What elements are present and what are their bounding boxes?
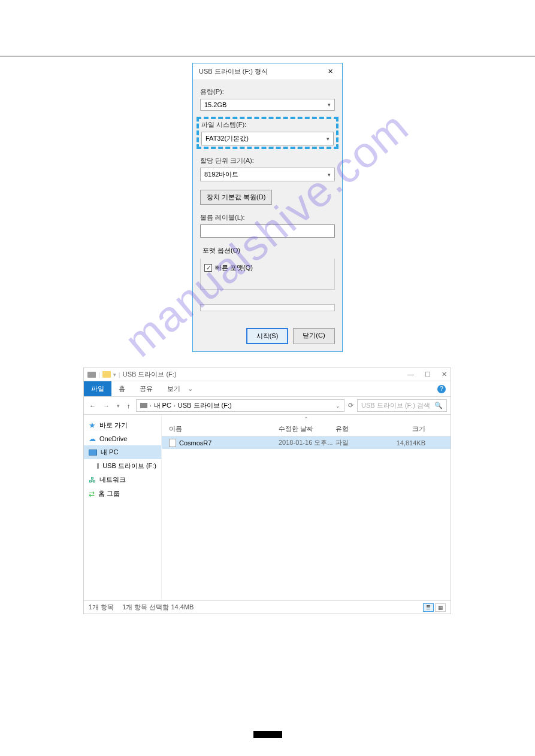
- file-name: CosmosR7: [179, 439, 211, 447]
- chevron-down-icon: ▾: [328, 172, 331, 178]
- search-icon: 🔍: [434, 402, 443, 409]
- breadcrumb-drive[interactable]: USB 드라이브 (F:): [178, 401, 232, 410]
- status-selected: 1개 항목 선택함 14.4MB: [122, 603, 194, 612]
- column-type[interactable]: 유형: [335, 424, 380, 433]
- up-button[interactable]: ↑: [125, 402, 132, 409]
- close-icon[interactable]: ✕: [442, 371, 447, 378]
- page-number: [253, 731, 282, 738]
- sort-indicator-icon: ⌃: [162, 415, 451, 422]
- capacity-field: 용량(P): 15.2GB ▾: [200, 87, 335, 111]
- window-title: USB 드라이브 (F:): [123, 370, 177, 379]
- ribbon-tabs: 파일 홈 공유 보기 ⌄ ?: [84, 381, 451, 397]
- chevron-right-icon: ›: [174, 403, 176, 409]
- status-count: 1개 항목: [89, 603, 114, 612]
- sidebar: ★ 바로 가기 ☁ OneDrive 내 PC USB 드라이브 (F:) 🖧 …: [84, 415, 162, 600]
- sidebar-label: 바로 가기: [99, 421, 128, 430]
- volume-label-field: 볼륨 레이블(L):: [200, 213, 335, 238]
- forward-button[interactable]: →: [101, 402, 111, 409]
- capacity-label: 용량(P):: [200, 87, 335, 96]
- recent-dropdown[interactable]: ▾: [115, 403, 122, 409]
- dialog-titlebar: USB 드라이브 (F:) 형식 ✕: [193, 63, 342, 80]
- column-headers: 이름 수정한 날짜 유형 크기: [162, 422, 451, 436]
- sidebar-item-network[interactable]: 🖧 네트워크: [84, 473, 161, 487]
- close-button[interactable]: 닫기(C): [293, 328, 335, 344]
- sidebar-item-onedrive[interactable]: ☁ OneDrive: [84, 432, 161, 445]
- alloc-dropdown[interactable]: 8192바이트 ▾: [200, 168, 335, 181]
- search-input[interactable]: USB 드라이브 (F:) 검색 🔍: [357, 399, 447, 412]
- file-date: 2018-01-16 오후...: [279, 438, 335, 447]
- status-bar: 1개 항목 1개 항목 선택함 14.4MB ≣ ▦: [84, 600, 451, 614]
- sidebar-label: 홈 그룹: [98, 489, 120, 498]
- refresh-icon[interactable]: ⟳: [348, 402, 353, 409]
- format-options-group: ✓ 빠른 포맷(Q): [200, 259, 335, 290]
- file-type: 파일: [335, 438, 380, 447]
- drive-icon: [140, 403, 147, 408]
- allocation-field: 할당 단위 크기(A): 8192바이트 ▾: [200, 156, 335, 181]
- chevron-right-icon: ›: [150, 403, 152, 409]
- folder-icon: [102, 371, 111, 378]
- format-dialog: USB 드라이브 (F:) 형식 ✕ 용량(P): 15.2GB ▾ 파일 시스…: [192, 63, 343, 352]
- restore-defaults-button[interactable]: 장치 기본값 복원(D): [200, 190, 272, 205]
- filesystem-dropdown[interactable]: FAT32(기본값) ▾: [201, 132, 334, 145]
- tab-file[interactable]: 파일: [84, 381, 111, 396]
- star-icon: ★: [89, 421, 96, 430]
- volume-label-input[interactable]: [200, 224, 335, 238]
- dialog-title: USB 드라이브 (F:) 형식: [199, 67, 268, 76]
- network-icon: 🖧: [89, 476, 96, 484]
- explorer-titlebar: | ▾ | USB 드라이브 (F:) — ☐ ✕: [84, 368, 451, 381]
- sidebar-item-quickaccess[interactable]: ★ 바로 가기: [84, 418, 161, 432]
- capacity-value: 15.2GB: [204, 101, 226, 108]
- alloc-label: 할당 단위 크기(A):: [200, 156, 335, 165]
- sidebar-label: 내 PC: [101, 448, 118, 457]
- pc-icon: [89, 450, 97, 456]
- alloc-value: 8192바이트: [204, 170, 238, 179]
- volume-label: 볼륨 레이블(L):: [200, 213, 335, 222]
- sidebar-label: OneDrive: [99, 435, 127, 442]
- file-list-pane: ⌃ 이름 수정한 날짜 유형 크기 CosmosR7 2018-01-16 오후…: [162, 415, 451, 600]
- file-row[interactable]: CosmosR7 2018-01-16 오후... 파일 14,814KB: [162, 436, 451, 449]
- close-icon[interactable]: ✕: [328, 68, 336, 75]
- icons-view-icon[interactable]: ▦: [435, 603, 446, 612]
- sidebar-item-usb[interactable]: USB 드라이브 (F:): [84, 459, 161, 473]
- tab-home[interactable]: 홈: [111, 381, 132, 396]
- nav-bar: ← → ▾ ↑ › 내 PC › USB 드라이브 (F:) ⌄ ⟳ USB 드…: [84, 397, 451, 415]
- sidebar-label: 네트워크: [99, 475, 126, 484]
- separator: |: [119, 371, 120, 378]
- start-button[interactable]: 시작(S): [246, 328, 288, 344]
- quick-format-row[interactable]: ✓ 빠른 포맷(Q): [204, 263, 331, 272]
- minimize-icon[interactable]: —: [407, 371, 414, 378]
- quick-format-checkbox[interactable]: ✓: [204, 264, 212, 272]
- sidebar-item-homegroup[interactable]: ⇄ 홈 그룹: [84, 487, 161, 500]
- drive-icon: [87, 372, 96, 378]
- qat-chevron-icon[interactable]: ▾: [113, 372, 116, 378]
- page-divider: [0, 56, 535, 57]
- format-progress-bar: [200, 304, 335, 311]
- details-view-icon[interactable]: ≣: [423, 603, 434, 612]
- search-placeholder: USB 드라이브 (F:) 검색: [361, 401, 430, 410]
- file-size: 14,814KB: [380, 439, 431, 447]
- breadcrumb[interactable]: › 내 PC › USB 드라이브 (F:) ⌄: [136, 399, 345, 412]
- sidebar-item-pc[interactable]: 내 PC: [84, 445, 161, 459]
- cloud-icon: ☁: [89, 435, 96, 443]
- back-button[interactable]: ←: [87, 402, 98, 409]
- maximize-icon[interactable]: ☐: [425, 371, 431, 378]
- filesystem-value: FAT32(기본값): [205, 134, 249, 143]
- breadcrumb-pc[interactable]: 내 PC: [154, 401, 171, 410]
- chevron-down-icon: ▾: [327, 136, 330, 142]
- breadcrumb-dropdown-icon[interactable]: ⌄: [335, 403, 340, 409]
- format-options-legend: 포맷 옵션(O): [200, 246, 243, 255]
- column-date[interactable]: 수정한 날짜: [279, 424, 335, 433]
- tab-view[interactable]: 보기: [160, 381, 188, 396]
- help-icon[interactable]: ?: [437, 385, 446, 393]
- capacity-dropdown[interactable]: 15.2GB ▾: [200, 99, 335, 111]
- chevron-down-icon: ▾: [328, 102, 331, 108]
- drive-icon: [97, 463, 99, 469]
- filesystem-label: 파일 시스템(F):: [201, 120, 334, 129]
- filesystem-highlight: 파일 시스템(F): FAT32(기본값) ▾: [197, 117, 338, 149]
- column-size[interactable]: 크기: [380, 424, 431, 433]
- ribbon-expand-icon[interactable]: ⌄: [188, 385, 193, 393]
- explorer-window: | ▾ | USB 드라이브 (F:) — ☐ ✕ 파일 홈 공유 보기 ⌄ ?…: [83, 368, 451, 614]
- tab-share[interactable]: 공유: [132, 381, 160, 396]
- quick-format-label: 빠른 포맷(Q): [215, 263, 253, 272]
- column-name[interactable]: 이름: [162, 424, 279, 433]
